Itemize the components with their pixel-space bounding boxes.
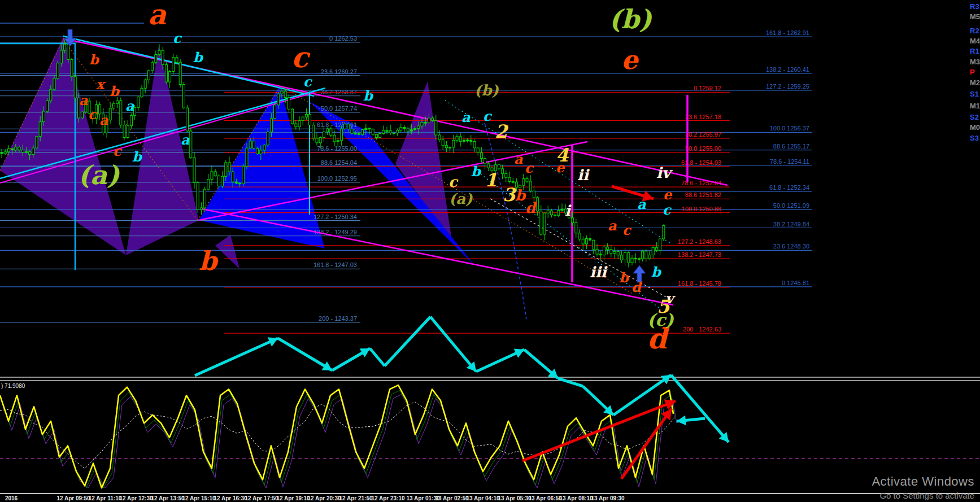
fib-label-center-10[interactable]: 161.8 - 1247.03 [313, 261, 357, 268]
wave-letter-a-0[interactable]: a [148, 0, 167, 31]
pivot-label-S1[interactable]: S1 [970, 90, 979, 98]
time-axis-label-11[interactable]: 12 Apr 23:10 [371, 495, 405, 501]
fib-label-right-6[interactable]: 61.8 - 1252.34 [769, 184, 809, 191]
wave-letter-(a)-4[interactable]: (a) [78, 160, 120, 190]
time-axis-label-4[interactable]: 12 Apr 13:50 [151, 495, 185, 501]
wave-letter-5-45[interactable]: 5 [657, 296, 670, 317]
time-axis-label-6[interactable]: 12 Apr 16:30 [214, 495, 247, 501]
time-axis-label-17[interactable]: 13 Apr 08:10 [559, 495, 593, 501]
wave-letter-b-18[interactable]: b [193, 49, 204, 66]
pivot-label-P[interactable]: P [970, 68, 975, 76]
fib-label-red-3[interactable]: 50.0 1255.00 [685, 145, 721, 152]
wave-triangle-4[interactable] [199, 86, 325, 248]
red-arrow-1[interactable] [522, 401, 676, 461]
wave-letter-c-17[interactable]: c [173, 30, 182, 46]
wave-letter-c-12[interactable]: c [88, 106, 98, 123]
wave-letter-c-34[interactable]: c [525, 160, 534, 176]
fib-label-red-8[interactable]: 127.2 - 1248.63 [678, 238, 721, 245]
wave-letter-ii-37[interactable]: ii [577, 167, 590, 184]
fib-label-center-7[interactable]: 100.0 1252.95 [317, 175, 357, 182]
fib-label-red-2[interactable]: 38.2 1255.97 [685, 131, 721, 138]
time-axis-label-14[interactable]: 13 Apr 04:10 [466, 495, 500, 501]
zigzag-segment-11[interactable] [671, 375, 729, 442]
time-axis-label-0[interactable]: 2016 [5, 495, 18, 501]
fib-label-center-9[interactable]: 138.2 - 1249.29 [313, 229, 357, 235]
wave-letter-1-28[interactable]: 1 [485, 169, 497, 191]
wave-triangle-0[interactable] [0, 37, 126, 255]
wave-letter-c-23[interactable]: c [483, 108, 493, 124]
wave-letter-iii-39[interactable]: iii [590, 264, 608, 281]
fib-label-red-9[interactable]: 138.2 - 1247.73 [678, 251, 721, 258]
fib-label-right-1[interactable]: 138.2 - 1260.41 [766, 66, 809, 73]
wave-letter-a-15[interactable]: a [125, 98, 134, 114]
pivot-label-S2[interactable]: S2 [970, 113, 979, 121]
time-axis-label-1[interactable]: 12 Apr 09:50 [56, 495, 90, 501]
wave-letter-b-21[interactable]: b [363, 88, 374, 104]
pivot-label-M3[interactable]: M3 [970, 58, 980, 66]
wave-letter-c-20[interactable]: c [303, 73, 313, 90]
fib-label-right-10[interactable]: 0 1245.81 [782, 280, 809, 286]
wave-letter-b-31[interactable]: b [515, 187, 526, 204]
fib-label-right-4[interactable]: 88.6 1255.17 [773, 143, 809, 150]
wave-letter-a-19[interactable]: a [181, 132, 190, 148]
pivot-label-M4[interactable]: M4 [970, 37, 980, 45]
fib-label-red-11[interactable]: 200 - 1242.63 [683, 326, 721, 333]
time-axis-label-2[interactable]: 12 Apr 11:10 [89, 495, 122, 501]
fib-label-red-7[interactable]: 100.0 1250.88 [682, 206, 721, 212]
wave-letter-a-33[interactable]: a [514, 151, 523, 167]
zigzag-segment-4[interactable] [385, 317, 430, 366]
fib-label-center-0[interactable]: 0 1262.53 [329, 35, 357, 42]
wave-letter-c-1[interactable]: c [291, 41, 311, 74]
fib-label-center-5[interactable]: 78.6 - 1255.00 [317, 145, 357, 152]
wave-letter-b-5[interactable]: b [199, 246, 219, 276]
pivot-label-M2[interactable]: M2 [970, 78, 980, 87]
wave-letter-b-44[interactable]: b [651, 264, 662, 280]
wave-letter-a-22[interactable]: a [461, 109, 471, 125]
wave-letter-b-10[interactable]: b [110, 83, 120, 99]
wave-letter-b-16[interactable]: b [132, 149, 143, 165]
wave-letter-a-46[interactable]: a [637, 196, 646, 212]
time-axis-label-7[interactable]: 12 Apr 17:50 [245, 495, 278, 501]
wave-letter-e-3[interactable]: e [621, 45, 639, 75]
pivot-label-M1[interactable]: M1 [970, 102, 980, 110]
price-chart-canvas[interactable]: 0 1262.5323.6 1260.2738.2 1258.8750.0 12… [0, 0, 980, 502]
time-axis-label-15[interactable]: 13 Apr 05:30 [498, 495, 532, 501]
pivot-label-R2[interactable]: R2 [970, 27, 979, 35]
time-axis-label-13[interactable]: 13 Apr 02:50 [435, 495, 469, 501]
fib-label-right-5[interactable]: 78.6 - 1254.11 [770, 158, 809, 165]
wave-triangle-3[interactable] [215, 235, 239, 269]
fib-label-red-6[interactable]: 88.6 1251.82 [685, 191, 721, 198]
wave-letter-e-36[interactable]: e [556, 159, 565, 176]
time-axis-label-10[interactable]: 12 Apr 21:50 [339, 495, 373, 501]
wave-letter-(b)-2[interactable]: (b) [609, 4, 652, 34]
wave-letter-d-32[interactable]: d [525, 199, 537, 216]
pivot-label-M5[interactable]: M5 [970, 12, 980, 21]
wave-letter-i-38[interactable]: i [565, 202, 572, 219]
time-axis-label-18[interactable]: 13 Apr 09:30 [591, 495, 625, 501]
pivot-label-S3[interactable]: S3 [970, 134, 979, 142]
fib-label-right-7[interactable]: 50.0 1251.09 [773, 202, 809, 209]
zigzag-segment-3[interactable] [370, 348, 385, 366]
fib-label-center-8[interactable]: 127.2 - 1250.34 [313, 213, 357, 220]
wave-letter-c-14[interactable]: c [113, 143, 123, 159]
zigzag-segment-0[interactable] [195, 338, 278, 376]
fib-label-right-3[interactable]: 100.0 1256.37 [770, 125, 809, 132]
wave-letter-a-13[interactable]: a [99, 112, 108, 128]
zigzag-arrowhead-12[interactable] [677, 415, 686, 425]
wave-letter-c-47[interactable]: c [663, 202, 672, 218]
wave-letter-b-8[interactable]: b [89, 51, 100, 68]
wave-letter-(b)-25[interactable]: (b) [474, 82, 499, 99]
fib-label-right-0[interactable]: 161.8 - 1262.91 [766, 29, 809, 36]
time-axis-label-5[interactable]: 12 Apr 15:10 [182, 495, 216, 501]
time-axis-label-16[interactable]: 13 Apr 06:50 [528, 495, 562, 501]
fib-label-center-3[interactable]: 50.0 1257.74 [321, 105, 357, 112]
wave-letter-b-24[interactable]: b [471, 163, 482, 180]
fib-label-red-10[interactable]: 161.8 - 1245.78 [678, 280, 721, 287]
zigzag-segment-5[interactable] [430, 317, 476, 372]
wave-letter-c-29[interactable]: c [448, 173, 459, 190]
pivot-label-M0[interactable]: M0 [970, 123, 980, 132]
wave-letter-a-49[interactable]: a [608, 217, 617, 234]
fib-label-right-2[interactable]: 127.2 - 1259.25 [766, 83, 809, 90]
wave-triangle-2[interactable] [395, 81, 452, 240]
pivot-label-R3[interactable]: R3 [970, 2, 979, 11]
